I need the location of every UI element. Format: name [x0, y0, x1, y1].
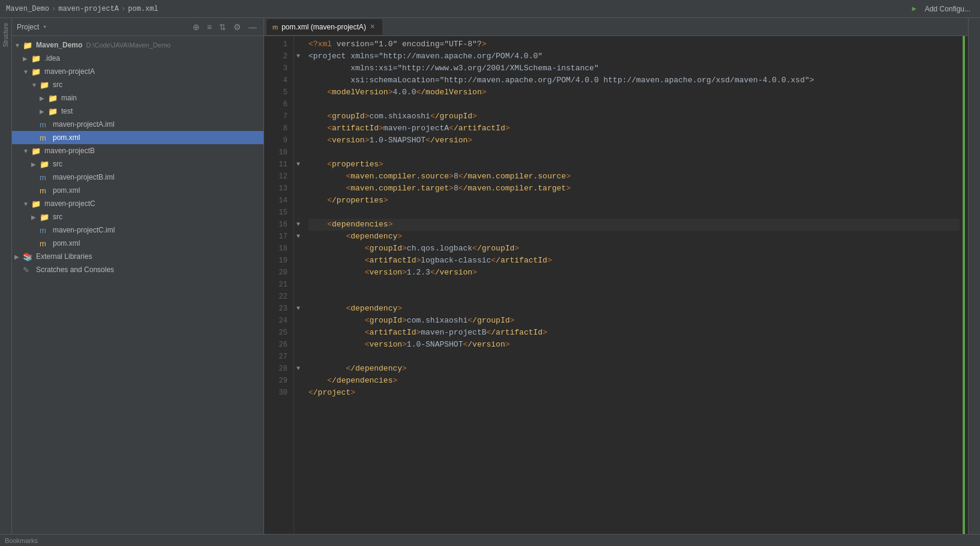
tree-item-maven-demo[interactable]: ▼ 📁 Maven_Demo D:\Code\JAVA\Maven_Demo	[12, 38, 263, 52]
fold-icon	[294, 99, 302, 111]
panel-header: Project ▾ ⊕ ≡ ⇅ ⚙ —	[12, 18, 263, 36]
tree-item-main[interactable]: ▶ 📁 main	[12, 91, 263, 105]
fold-gutter: ▼▼▼▼▼▼	[294, 36, 302, 534]
fold-icon	[294, 123, 302, 135]
arrow-idea: ▶	[23, 55, 31, 62]
panel-collapse-btn[interactable]: —	[247, 22, 259, 32]
line-number: 18	[264, 243, 287, 255]
line-number: 10	[264, 147, 287, 159]
tree-item-src-b[interactable]: ▶ 📁 src	[12, 157, 263, 171]
tree-item-iml-c[interactable]: m maven-projectC.iml	[12, 223, 263, 237]
code-area[interactable]: <?xml version="1.0" encoding="UTF-8"?><p…	[302, 36, 960, 534]
code-line: xsi:schemaLocation="http://maven.apache.…	[308, 74, 960, 86]
main-label: main	[61, 94, 77, 102]
panel-settings-btn[interactable]: ⚙	[232, 22, 243, 32]
tree-item-pom-c[interactable]: m pom.xml	[12, 237, 263, 250]
code-line: <dependencies>	[308, 219, 960, 231]
line-number: 1	[264, 38, 287, 50]
fold-icon[interactable]: ▼	[294, 231, 302, 243]
panel-dropdown-arrow[interactable]: ▾	[43, 23, 47, 31]
tree-item-pom-a[interactable]: m pom.xml	[12, 131, 263, 144]
tree-item-test[interactable]: ▶ 📁 test	[12, 105, 263, 118]
fold-icon	[294, 195, 302, 207]
code-line: </properties>	[308, 195, 960, 207]
tree-item-src-a[interactable]: ▼ 📁 src	[12, 78, 263, 91]
folder-icon-idea: 📁	[31, 54, 42, 63]
breadcrumb: Maven_Demo › maven-projectA › pom.xml	[6, 5, 912, 13]
fold-icon[interactable]: ▼	[294, 219, 302, 231]
fold-icon[interactable]: ▼	[294, 159, 302, 171]
line-number: 20	[264, 267, 287, 279]
tree-item-maven-projectA[interactable]: ▼ 📁 maven-projectA	[12, 65, 263, 78]
run-icon: ▶	[912, 4, 916, 13]
arrow-maven-projectA: ▼	[23, 68, 31, 75]
line-number: 15	[264, 207, 287, 219]
panel-list-btn[interactable]: ≡	[205, 22, 214, 32]
folder-icon-src-c: 📁	[40, 213, 50, 222]
pom-c-label: pom.xml	[53, 239, 80, 247]
breadcrumb-item-1[interactable]: Maven_Demo	[6, 5, 49, 13]
title-bar-right: ▶ Add Configu...	[912, 4, 974, 14]
tree-item-scratches[interactable]: ✎ Scratches and Consoles	[12, 263, 263, 276]
add-config-button[interactable]: Add Configu...	[921, 4, 974, 14]
tree-item-iml-b[interactable]: m maven-projectB.iml	[12, 171, 263, 184]
breadcrumb-item-2[interactable]: maven-projectA	[58, 5, 119, 13]
file-icon-iml-c: m	[40, 226, 50, 235]
folder-icon-test: 📁	[48, 107, 59, 116]
test-label: test	[61, 107, 73, 115]
code-line	[308, 99, 960, 111]
line-number: 3	[264, 62, 287, 74]
breadcrumb-sep-1: ›	[52, 5, 56, 13]
panel-crosshair-btn[interactable]: ⊕	[191, 22, 202, 32]
tree-item-src-c[interactable]: ▶ 📁 src	[12, 210, 263, 223]
maven-projectC-label: maven-projectC	[44, 199, 95, 208]
tree-item-maven-projectC[interactable]: ▼ 📁 maven-projectC	[12, 197, 263, 210]
breadcrumb-sep-2: ›	[121, 5, 125, 13]
scratches-label: Scratches and Consoles	[36, 265, 114, 274]
panel-sort-btn[interactable]: ⇅	[217, 22, 228, 32]
arrow-src-a: ▼	[31, 82, 40, 88]
code-line: <artifactId>maven-projectB</artifactId>	[308, 327, 960, 339]
tab-pom-xml[interactable]: m pom.xml (maven-projectA) ✕	[266, 19, 382, 35]
bottom-strip: Bookmarks	[0, 534, 980, 546]
line-number: 27	[264, 351, 287, 363]
tree-item-maven-projectB[interactable]: ▼ 📁 maven-projectB	[12, 144, 263, 157]
fold-icon	[294, 38, 302, 50]
code-line: <version>1.0-SNAPSHOT</version>	[308, 135, 960, 147]
structure-tab[interactable]: Structure	[0, 20, 11, 50]
fold-icon	[294, 62, 302, 74]
code-line: <artifactId>maven-projectA</artifactId>	[308, 123, 960, 135]
right-sidebar	[968, 18, 980, 534]
fold-icon	[294, 255, 302, 267]
line-number: 5	[264, 86, 287, 99]
fold-icon	[294, 279, 302, 291]
fold-icon	[294, 183, 302, 195]
line-number: 28	[264, 363, 287, 375]
maven-demo-label: Maven_Demo	[36, 41, 82, 49]
fold-icon	[294, 387, 302, 399]
fold-icon	[294, 207, 302, 219]
arrow-main: ▶	[40, 95, 48, 102]
line-number: 21	[264, 279, 287, 291]
code-line: <maven.compiler.source>8</maven.compiler…	[308, 171, 960, 183]
bookmarks-label[interactable]: Bookmarks	[5, 537, 38, 544]
src-c-label: src	[53, 213, 62, 221]
external-libs-label: External Libraries	[36, 252, 92, 261]
tree-item-external-libs[interactable]: ▶ 📚 External Libraries	[12, 250, 263, 263]
tree-container[interactable]: ▼ 📁 Maven_Demo D:\Code\JAVA\Maven_Demo ▶…	[12, 36, 263, 534]
tree-item-iml-a[interactable]: m maven-projectA.iml	[12, 118, 263, 131]
fold-icon[interactable]: ▼	[294, 50, 302, 62]
src-b-label: src	[53, 160, 62, 168]
code-line: <groupId>ch.qos.logback</groupId>	[308, 243, 960, 255]
fold-icon[interactable]: ▼	[294, 303, 302, 315]
fold-icon[interactable]: ▼	[294, 363, 302, 375]
folder-icon-src-a: 📁	[40, 80, 50, 89]
code-line: <properties>	[308, 159, 960, 171]
src-a-label: src	[53, 80, 62, 89]
tree-item-pom-b[interactable]: m pom.xml	[12, 184, 263, 197]
code-line: <version>1.0-SNAPSHOT</version>	[308, 339, 960, 351]
code-line: <maven.compiler.target>8</maven.compiler…	[308, 183, 960, 195]
file-icon-iml-b: m	[40, 173, 50, 182]
tab-close-btn[interactable]: ✕	[370, 23, 375, 31]
tree-item-idea[interactable]: ▶ 📁 .idea	[12, 52, 263, 65]
